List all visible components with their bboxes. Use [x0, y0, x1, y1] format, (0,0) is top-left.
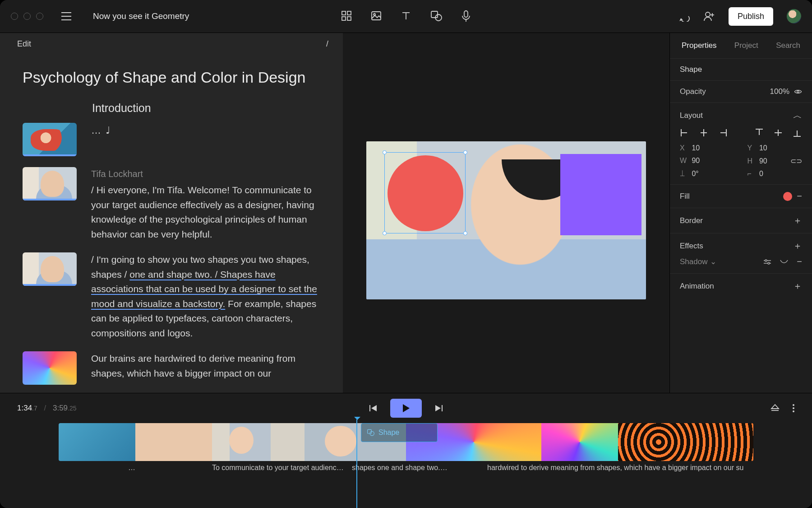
w-label: W [680, 157, 690, 165]
microphone-icon[interactable] [461, 10, 471, 22]
grid-icon[interactable] [341, 10, 352, 22]
menu-icon[interactable] [61, 12, 71, 20]
clip-thumb-2[interactable] [23, 167, 77, 200]
clip-pool[interactable] [59, 423, 135, 461]
link-wh-icon[interactable]: ⊂⊃ [790, 157, 802, 165]
selection-handle-tr[interactable] [463, 150, 467, 154]
align-left-icon[interactable] [680, 128, 690, 138]
clip-thumb-4[interactable] [23, 351, 77, 385]
add-animation-icon[interactable]: ＋ [793, 280, 802, 292]
current-time: 1:34 [17, 404, 32, 412]
selection-box[interactable] [384, 152, 466, 233]
h-label: H [747, 157, 757, 165]
align-vcenter-icon[interactable] [773, 128, 783, 138]
svg-rect-36 [442, 405, 443, 411]
visibility-icon[interactable] [794, 88, 802, 96]
rotation-value[interactable]: 0° [692, 170, 698, 177]
y-value[interactable]: 10 [759, 144, 767, 152]
page-title[interactable]: Psychology of Shape and Color in Design [0, 49, 343, 99]
script-paragraph-3[interactable]: Our brains are hardwired to derive meani… [91, 353, 295, 378]
traffic-zoom[interactable] [36, 13, 43, 20]
x-value[interactable]: 10 [692, 144, 700, 152]
publish-button[interactable]: Publish [729, 7, 773, 26]
svg-rect-4 [347, 11, 351, 15]
skip-back-icon[interactable] [369, 404, 378, 413]
script-paragraph-1[interactable]: / Hi everyone, I'm Tifa. Welcome! To com… [91, 185, 314, 239]
clip-wave[interactable] [618, 423, 753, 461]
shape-clip-label: Shape [378, 429, 399, 437]
add-border-icon[interactable]: ＋ [793, 214, 802, 227]
svg-point-34 [768, 262, 770, 264]
playhead[interactable] [356, 419, 357, 508]
video-canvas[interactable] [366, 141, 646, 299]
w-value[interactable]: 90 [692, 157, 700, 164]
shadow-label[interactable]: Shadow [680, 257, 707, 266]
tab-project[interactable]: Project [734, 41, 758, 50]
opacity-value[interactable]: 100% [770, 87, 789, 96]
clip-art-2[interactable] [541, 423, 618, 461]
tab-search[interactable]: Search [776, 41, 800, 50]
align-controls [680, 128, 802, 138]
align-right-icon[interactable] [718, 128, 728, 138]
shadow-dropdown-icon[interactable]: ⌄ [710, 257, 716, 266]
remove-fill-icon[interactable]: − [797, 191, 802, 201]
clip-thumb-3[interactable] [23, 252, 77, 286]
timeline[interactable]: Shape … To communicate to your target au… [0, 423, 812, 508]
align-bottom-icon[interactable] [792, 128, 802, 138]
play-button[interactable] [390, 399, 422, 418]
shape-square[interactable] [560, 154, 641, 235]
current-time-frac: .7 [32, 405, 37, 412]
edit-mode-label[interactable]: Edit [17, 39, 31, 49]
y-label: Y [747, 144, 757, 152]
svg-rect-3 [342, 11, 346, 15]
caption-2[interactable]: To communicate to your target audience… [212, 464, 352, 472]
window-traffic-lights [11, 13, 43, 20]
add-effect-icon[interactable]: ＋ [793, 240, 802, 252]
shape-clip[interactable]: Shape [361, 423, 438, 442]
add-user-icon[interactable] [703, 11, 715, 22]
selection-handle-tl[interactable] [383, 150, 387, 154]
opacity-label: Opacity [680, 87, 706, 96]
user-avatar[interactable] [787, 9, 801, 23]
corner-icon: ⌐ [747, 170, 757, 178]
shape-icon[interactable] [430, 10, 442, 22]
selection-handle-br[interactable] [463, 231, 467, 235]
transport-bar: 1:34.7 / 3:59.25 [0, 393, 812, 423]
selection-handle-bl[interactable] [383, 231, 387, 235]
svg-point-15 [706, 12, 710, 17]
more-icon[interactable] [792, 404, 795, 413]
image-icon[interactable] [371, 10, 382, 22]
traffic-close[interactable] [11, 13, 18, 20]
shadow-visibility-icon[interactable] [780, 259, 789, 265]
svg-point-39 [793, 407, 794, 409]
clip-thumb-1[interactable] [23, 123, 77, 156]
h-value[interactable]: 90 [759, 157, 767, 165]
clip-skin[interactable] [135, 423, 212, 461]
shadow-settings-icon[interactable] [763, 259, 771, 265]
total-time: 3:59 [53, 404, 68, 412]
align-hcenter-icon[interactable] [699, 128, 709, 138]
layout-collapse-icon[interactable]: ︿ [793, 109, 802, 121]
fill-color-swatch[interactable] [783, 192, 792, 201]
clip-woman-1[interactable] [212, 423, 271, 461]
eject-icon[interactable] [770, 404, 780, 413]
text-icon[interactable] [401, 10, 411, 22]
skip-forward-icon[interactable] [434, 404, 443, 413]
svg-rect-13 [464, 11, 468, 17]
align-top-icon[interactable] [754, 128, 764, 138]
x-label: X [680, 144, 690, 152]
caption-1[interactable]: … [59, 464, 212, 472]
caption-4[interactable]: hardwired to derive meaning from shapes,… [487, 464, 753, 472]
remove-shadow-icon[interactable]: − [797, 256, 802, 267]
comment-icon[interactable] [679, 11, 690, 22]
traffic-minimize[interactable] [23, 13, 31, 20]
svg-rect-5 [342, 17, 346, 20]
document-title[interactable]: Now you see it Geometry [93, 11, 189, 21]
timecode: 1:34.7 / 3:59.25 [17, 404, 77, 413]
section-title-introduction[interactable]: Introduction [0, 99, 343, 123]
tab-properties[interactable]: Properties [682, 41, 716, 50]
corner-value[interactable]: 0 [759, 170, 763, 177]
canvas-area[interactable] [343, 33, 669, 393]
shape-circle[interactable] [388, 155, 463, 231]
caption-3[interactable]: shapes one and shape two.… [352, 464, 487, 472]
